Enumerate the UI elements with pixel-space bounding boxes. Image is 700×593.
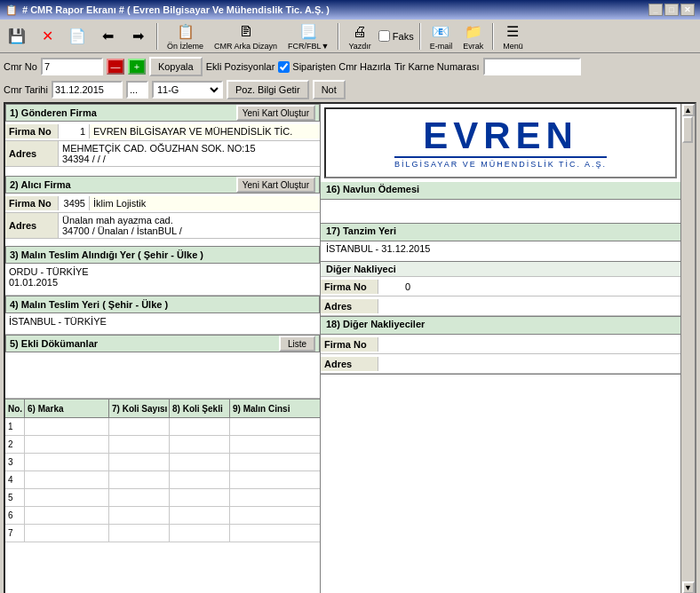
list-label: Ön İzleme bbox=[167, 42, 203, 51]
fcr-fbl-button[interactable]: 📃 FCR/FBL▼ bbox=[284, 20, 332, 52]
ekli-dokumanlar-liste-button[interactable]: Liste bbox=[279, 336, 315, 352]
teslim-yeri-value: İSTANBUL - TÜRKİYE bbox=[5, 313, 320, 335]
gonderen-firma-no-value: 1 bbox=[59, 124, 90, 138]
plus-button[interactable]: + bbox=[128, 59, 146, 75]
th-marka: 6) Marka bbox=[25, 399, 109, 417]
logo-text: EVREN bbox=[394, 117, 607, 154]
save-icon: 💾 bbox=[7, 27, 27, 46]
prev-icon: ⬅ bbox=[98, 27, 117, 46]
scrollbar[interactable]: ▲ ▼ bbox=[680, 104, 695, 593]
th-koli-sayisi: 7) Koli Sayısı bbox=[109, 399, 170, 417]
maximize-button[interactable]: □ bbox=[664, 4, 679, 16]
poz-bilgi-getir-button[interactable]: Poz. Bilgi Getir bbox=[227, 80, 309, 99]
th-koli-sekli: 8) Koli Şekli bbox=[170, 399, 230, 417]
cmr-tarihi-label: Cmr Tarihi bbox=[4, 84, 48, 95]
evrak-button[interactable]: 📁 Evrak bbox=[459, 20, 487, 52]
logo-sub: BİLGİSAYAR VE MÜHENDİSLİK TİC. A.Ş. bbox=[394, 156, 607, 169]
table-row: 2 bbox=[5, 436, 320, 454]
alici-yeni-kart-button[interactable]: Yeni Kart Oluştur bbox=[236, 177, 315, 193]
tanzim-yeri-header: 17) Tanzim Yeri bbox=[321, 224, 680, 241]
email-button[interactable]: 📧 E-mail bbox=[426, 20, 457, 52]
close-button[interactable]: ✕ bbox=[680, 4, 695, 16]
teslim-yeri-header: 4) Malın Teslim Yeri ( Şehir - Ülke ) bbox=[5, 296, 320, 313]
yazdir-icon: 🖨 bbox=[350, 22, 370, 42]
cmr-arka-icon: 🖹 bbox=[236, 22, 256, 42]
navlun-header: 16) Navlun Ödemesi bbox=[321, 182, 680, 200]
cancel-icon: ✕ bbox=[37, 27, 57, 46]
dropdown-select[interactable]: 11-G bbox=[152, 81, 223, 99]
toolbar-sep-4 bbox=[492, 23, 494, 50]
evrak-icon: 📁 bbox=[464, 22, 483, 42]
scroll-up-button[interactable]: ▲ bbox=[682, 104, 695, 116]
not-button[interactable]: Not bbox=[313, 80, 346, 99]
ekli-dokumanlar-content bbox=[5, 352, 320, 399]
diger-nakliyeci-firmano-row: Firma No 0 bbox=[321, 277, 680, 296]
diger-nakliyeci-section: Diğer Nakliyeci Firma No 0 Adres bbox=[321, 262, 680, 317]
alici-firma-adi-value: İklim Lojistik bbox=[90, 196, 320, 210]
table-row: 7 bbox=[5, 525, 320, 542]
dropdown-trigger-input[interactable] bbox=[126, 81, 148, 99]
table-row: 1 bbox=[5, 418, 320, 436]
tir-karne-input[interactable] bbox=[483, 58, 581, 75]
email-label: E-mail bbox=[430, 42, 453, 51]
new-button[interactable]: 📄 bbox=[64, 25, 91, 48]
cmr-tarihi-input[interactable] bbox=[52, 81, 123, 99]
save-button[interactable]: 💾 bbox=[4, 25, 30, 48]
new-icon: 📄 bbox=[68, 27, 87, 46]
window-title: # CMR Rapor Ekranı # ( Evren Bilgisayar … bbox=[22, 4, 330, 15]
tanzim-yeri-section: 17) Tanzim Yeri İSTANBUL - 31.12.2015 bbox=[321, 224, 680, 262]
minus-button[interactable]: — bbox=[107, 59, 124, 75]
scroll-thumb[interactable] bbox=[682, 116, 693, 143]
list-button[interactable]: 📋 Ön İzleme bbox=[163, 20, 207, 52]
yazdir-button[interactable]: 🖨 Yazdır bbox=[345, 20, 374, 52]
siparis-cmr-label[interactable]: Siparişten Cmr Hazırla bbox=[278, 61, 391, 73]
diger-nakliyeci-label: Diğer Nakliyeci bbox=[321, 262, 680, 277]
logo-area: EVREN BİLGİSAYAR VE MÜHENDİSLİK TİC. A.Ş… bbox=[324, 107, 677, 178]
teslim-yeri-title: 4) Malın Teslim Yeri ( Şehir - Ülke ) bbox=[10, 299, 168, 310]
prev-button[interactable]: ⬅ bbox=[94, 25, 121, 48]
fcr-fbl-icon: 📃 bbox=[298, 22, 318, 42]
gonderen-firma-no-row: Firma No 1 EVREN BİLGİSAYAR VE MÜHENDİSL… bbox=[5, 122, 320, 141]
alici-firma-no-row: Firma No 3495 İklim Lojistik bbox=[5, 194, 320, 213]
teslim-alindi-yer-title: 3) Malın Teslim Alındığı Yer ( Şehir - Ü… bbox=[10, 249, 203, 260]
next-icon: ➡ bbox=[128, 27, 147, 46]
gonderen-firma-no-label: Firma No bbox=[5, 124, 59, 138]
menu-icon: ☰ bbox=[503, 22, 522, 42]
table-row: 3 bbox=[5, 454, 320, 471]
window-controls: _ □ ✕ bbox=[648, 4, 695, 16]
scroll-track bbox=[681, 116, 695, 581]
tanzim-yeri-value: İSTANBUL - 31.12.2015 bbox=[321, 241, 680, 261]
kopyala-button[interactable]: Kopyala bbox=[149, 57, 203, 76]
table-row: 4 bbox=[5, 471, 320, 489]
cmr-arka-button[interactable]: 🖹 CMR Arka Dizayn bbox=[211, 20, 281, 52]
alici-firma-no-value: 3495 bbox=[59, 196, 90, 210]
diger-nakliyeciler-firmano-label: Firma No bbox=[321, 337, 378, 352]
alici-firma-header: 2) Alıcı Firma Yeni Kart Oluştur bbox=[5, 176, 320, 194]
minimize-button[interactable]: _ bbox=[648, 4, 663, 16]
alici-firma-no-label: Firma No bbox=[5, 196, 59, 210]
faks-checkbox-label[interactable]: Faks bbox=[378, 30, 414, 42]
siparis-cmr-checkbox[interactable] bbox=[278, 61, 290, 73]
tir-karne-label: Tir Karne Numarası bbox=[394, 61, 480, 72]
main-area: Cmr No — + Kopyala Ekli Pozisyonlar Sipa… bbox=[0, 53, 700, 593]
yazdir-label: Yazdır bbox=[348, 42, 370, 51]
next-button[interactable]: ➡ bbox=[124, 25, 151, 48]
cmr-arka-label: CMR Arka Dizayn bbox=[214, 42, 277, 51]
diger-nakliyeciler-firmano-row: Firma No bbox=[321, 335, 680, 354]
title-bar: 📋 # CMR Rapor Ekranı # ( Evren Bilgisaya… bbox=[0, 0, 700, 20]
list-icon: 📋 bbox=[176, 22, 195, 42]
right-panel-spacer bbox=[321, 375, 680, 552]
cmrno-label: Cmr No bbox=[4, 61, 37, 72]
faks-checkbox[interactable] bbox=[378, 30, 390, 42]
cmrno-input[interactable] bbox=[41, 58, 103, 75]
alici-firma-title: 2) Alıcı Firma bbox=[10, 179, 71, 190]
menu-button[interactable]: ☰ Menü bbox=[499, 20, 527, 52]
scroll-down-button[interactable]: ▼ bbox=[682, 581, 695, 593]
gonderen-adres-row: Adres MEHMETÇİK CAD. OĞUZHAN SOK. NO:153… bbox=[5, 141, 320, 167]
navlun-content bbox=[321, 200, 680, 223]
gonderen-yeni-kart-button[interactable]: Yeni Kart Oluştur bbox=[236, 105, 315, 121]
diger-nakliyeci-firmano-value: 0 bbox=[378, 280, 414, 294]
table-row: 5 bbox=[5, 489, 320, 507]
gonderen-adres-value: MEHMETÇİK CAD. OĞUZHAN SOK. NO:1534394 /… bbox=[59, 141, 320, 166]
cancel-button[interactable]: ✕ bbox=[34, 25, 60, 48]
